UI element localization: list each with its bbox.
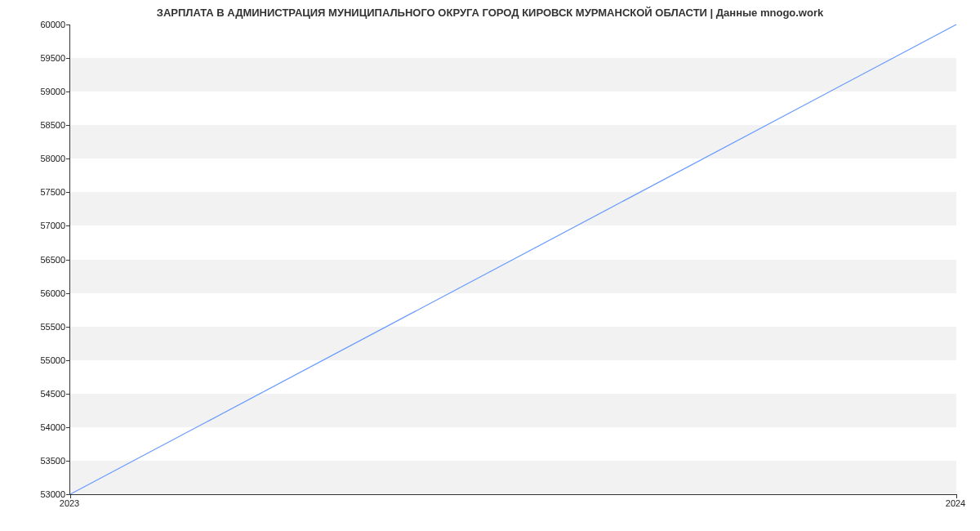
y-tick-mark bbox=[66, 327, 70, 328]
x-tick-label: 2024 bbox=[946, 498, 965, 508]
line-path bbox=[70, 25, 956, 494]
y-tick-mark bbox=[66, 260, 70, 261]
y-tick-label: 53500 bbox=[20, 456, 65, 466]
y-tick-mark bbox=[66, 158, 70, 159]
y-tick-mark bbox=[66, 427, 70, 428]
y-tick-mark bbox=[66, 394, 70, 395]
y-tick-label: 54500 bbox=[20, 389, 65, 399]
y-tick-mark bbox=[66, 225, 70, 226]
y-tick-mark bbox=[66, 91, 70, 92]
plot-area bbox=[69, 25, 956, 495]
y-tick-label: 54000 bbox=[20, 422, 65, 432]
y-tick-mark bbox=[66, 58, 70, 59]
y-tick-label: 56500 bbox=[20, 255, 65, 265]
y-tick-label: 56000 bbox=[20, 288, 65, 298]
y-tick-mark bbox=[66, 360, 70, 361]
y-tick-label: 53000 bbox=[20, 489, 65, 499]
y-tick-mark bbox=[66, 125, 70, 126]
y-tick-mark bbox=[66, 192, 70, 193]
x-tick-label: 2023 bbox=[60, 498, 79, 508]
line-series bbox=[70, 25, 956, 494]
y-tick-label: 57500 bbox=[20, 187, 65, 197]
y-tick-label: 55500 bbox=[20, 322, 65, 332]
y-tick-mark bbox=[66, 461, 70, 462]
y-tick-label: 59000 bbox=[20, 87, 65, 96]
y-tick-mark bbox=[66, 293, 70, 294]
y-tick-label: 59500 bbox=[20, 53, 65, 63]
y-tick-label: 60000 bbox=[20, 20, 65, 29]
y-tick-label: 55000 bbox=[20, 355, 65, 365]
y-tick-label: 58000 bbox=[20, 154, 65, 163]
y-tick-label: 57000 bbox=[20, 221, 65, 230]
y-tick-mark bbox=[66, 25, 70, 25]
chart-title: ЗАРПЛАТА В АДМИНИСТРАЦИЯ МУНИЦИПАЛЬНОГО … bbox=[0, 7, 980, 19]
y-tick-label: 58500 bbox=[20, 120, 65, 130]
